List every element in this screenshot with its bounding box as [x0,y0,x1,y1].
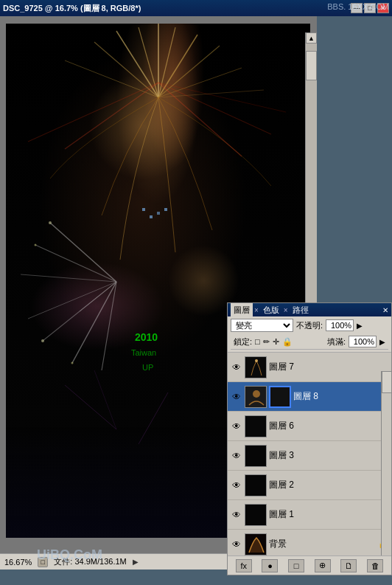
lock-checkbox-empty[interactable]: □ [255,337,260,346]
maximize-button[interactable]: □ [364,3,376,13]
lock-brush-icon[interactable]: ✏ [263,337,270,347]
zoom-level: 16.67% [4,558,32,567]
layer-mask-button[interactable]: □ [288,559,304,572]
layer-item-3[interactable]: 👁 圖層 3 [228,441,391,471]
layer-thumbnail-7 [245,356,267,378]
svg-line-26 [28,83,158,142]
opacity-input[interactable] [326,319,354,331]
lock-label-text: 鎖定: [234,336,252,347]
layer-name-7: 圖層 7 [269,361,388,373]
window-title: DSC_9725 @ 16.7% (圖層 8, RGB/8*) [3,3,141,14]
layer-item-bg[interactable]: 👁 背景 🔒 [228,530,391,559]
fill-input[interactable] [349,336,377,347]
layer-thumbnail-8 [245,386,267,408]
svg-text:UP: UP [142,363,153,372]
layer-name-1: 圖層 1 [269,508,388,521]
layer-visibility-2[interactable]: 👁 [231,480,242,491]
svg-line-28 [94,370,116,429]
tab-paths[interactable]: 路徑 [290,303,312,316]
layer-visibility-1[interactable]: 👁 [231,509,242,521]
layers-list: 👁 圖層 7 👁 [228,353,391,567]
scroll-thumb[interactable] [306,51,317,80]
layer-thumbnail-bg [245,533,267,555]
svg-line-27 [65,385,116,429]
layer-name-3: 圖層 3 [269,449,388,462]
lock-all-icon[interactable]: 🔒 [282,337,293,347]
lock-row: 鎖定: □ ✏ ✛ 🔒 填滿: ▶ [231,334,388,350]
svg-line-24 [158,83,286,112]
svg-point-40 [253,390,260,398]
layer-item-1[interactable]: 👁 圖層 1 [228,500,391,530]
layer-thumbnail-1 [245,504,267,526]
svg-line-17 [80,282,116,311]
svg-line-10 [50,223,116,282]
layer-thumbnail-6 [245,415,267,437]
svg-text:Taiwan: Taiwan [131,348,156,357]
layer-item-2[interactable]: 👁 圖層 2 [228,471,391,500]
svg-rect-33 [164,208,167,211]
layer-name-2: 圖層 2 [269,479,388,491]
blend-mode-select[interactable]: 變亮 [231,319,293,332]
layers-panel: 圖層 × 色版 × 路徑 ✕ 變亮 不透明: ▶ 鎖定: □ ✏ [227,302,392,575]
minimize-button[interactable]: — [351,3,363,13]
layers-panel-titlebar: 圖層 × 色版 × 路徑 ✕ [228,303,391,316]
svg-line-22 [158,83,242,156]
layers-bottom-bar: fx ● □ ⊕ 🗋 🗑 [228,555,391,575]
layer-visibility-bg[interactable]: 👁 [231,539,242,550]
svg-rect-30 [142,208,145,211]
new-fill-button[interactable]: ● [262,559,278,572]
panel-close-button[interactable]: ✕ [382,306,388,314]
layer-thumbnail-3 [245,445,267,467]
layer-name-8: 圖層 8 [293,390,388,403]
new-group-button[interactable]: ⊕ [315,559,331,572]
layer-visibility-7[interactable]: 👁 [231,361,242,373]
layer-item-6[interactable]: 👁 圖層 6 [228,412,391,441]
svg-line-7 [65,60,158,97]
panel-tabs: 圖層 × 色版 × 路徑 [231,303,312,316]
svg-text:2010: 2010 [135,331,158,343]
layer-mask-8 [269,386,291,408]
svg-rect-43 [245,475,267,496]
svg-point-18 [49,221,52,224]
blend-row: 變亮 不透明: ▶ [231,319,388,332]
svg-rect-42 [245,446,267,467]
fill-arrow[interactable]: ▶ [379,338,385,346]
scroll-up-button[interactable]: ▲ [306,32,317,44]
tab-channels[interactable]: 色版 [260,303,282,316]
opacity-label: 不透明: [296,320,323,331]
svg-rect-32 [157,212,160,215]
tab-layers[interactable]: 圖層 [231,303,253,316]
layer-thumbnail-2 [245,474,267,496]
layer-name-bg: 背景 [269,538,376,550]
svg-line-13 [28,282,116,319]
opacity-arrow[interactable]: ▶ [357,322,363,330]
svg-point-20 [41,339,44,342]
layer-visibility-3[interactable]: 👁 [231,450,242,462]
fx-button[interactable]: fx [236,559,252,572]
svg-point-21 [71,362,74,364]
close-button[interactable]: ✕ [377,3,389,13]
title-bar-buttons: — □ ✕ [351,3,389,13]
layer-item-7[interactable]: 👁 圖層 7 [228,353,391,382]
photoshop-window: DSC_9725 @ 16.7% (圖層 8, RGB/8*) — □ ✕ BB… [0,0,392,585]
lock-move-icon[interactable]: ✛ [273,337,279,347]
new-layer-button[interactable]: 🗋 [340,559,357,572]
status-arrow[interactable]: ▶ [133,558,139,566]
svg-rect-31 [150,215,153,218]
layer-name-6: 圖層 6 [269,420,388,432]
nav-button[interactable]: □ [38,557,48,567]
layer-visibility-6[interactable]: 👁 [231,420,242,432]
layer-visibility-8[interactable]: 👁 [231,391,242,403]
layers-controls: 變亮 不透明: ▶ 鎖定: □ ✏ ✛ 🔒 填滿: ▶ [228,316,391,353]
svg-point-38 [255,359,258,362]
title-bar: DSC_9725 @ 16.7% (圖層 8, RGB/8*) — □ ✕ [0,0,392,16]
doc-info: 文件: 34.9M/136.1M [54,556,126,567]
fill-label: 填滿: [327,336,346,347]
panel-scroll-thumb[interactable] [382,371,392,393]
delete-layer-button[interactable]: 🗑 [367,559,383,572]
layer-item-8[interactable]: 👁 圖層 8 [228,382,391,412]
panel-scrollbar[interactable] [381,371,391,555]
svg-rect-44 [245,505,267,526]
svg-point-19 [35,244,37,246]
svg-rect-41 [245,416,267,437]
